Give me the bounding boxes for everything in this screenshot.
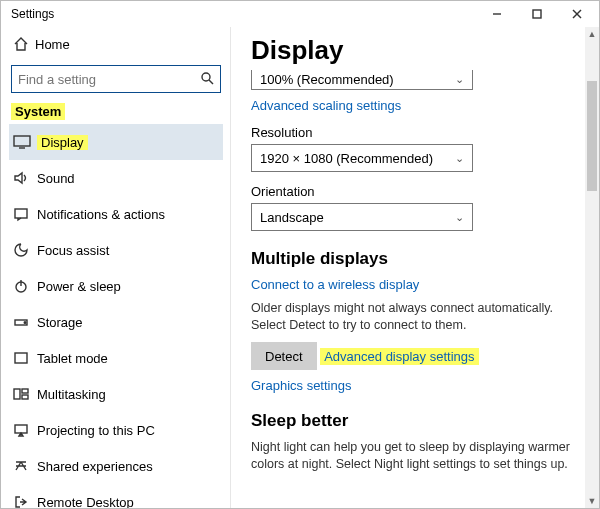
nav-label: Remote Desktop [37,495,134,509]
sidebar: Home System Display Sound [1,27,231,508]
graphics-settings-link[interactable]: Graphics settings [251,378,585,393]
search-input[interactable] [18,67,200,91]
focus-assist-icon [9,242,37,258]
chevron-down-icon: ⌄ [455,211,464,224]
shared-icon [9,458,37,474]
nav-label: Tablet mode [37,351,108,366]
svg-point-4 [202,73,210,81]
nav-display[interactable]: Display [9,124,223,160]
nav-label: Projecting to this PC [37,423,155,438]
svg-point-12 [24,322,26,324]
scale-value: 100% (Recommended) [260,72,394,87]
title-bar: Settings [1,1,599,27]
maximize-button[interactable] [517,1,557,27]
svg-line-5 [209,80,213,84]
multitasking-icon [9,386,37,402]
sound-icon [9,170,37,186]
nav-storage[interactable]: Storage [9,304,223,340]
connect-wireless-link[interactable]: Connect to a wireless display [251,277,419,292]
scrollbar[interactable]: ▲ ▼ [585,27,599,508]
nav-label: Sound [37,171,75,186]
category-label: System [11,103,65,120]
projecting-icon [9,422,37,438]
svg-rect-16 [22,389,28,393]
nav-multitasking[interactable]: Multitasking [9,376,223,412]
sleep-better-heading: Sleep better [251,411,585,431]
svg-rect-17 [22,395,28,399]
svg-rect-1 [533,10,541,18]
minimize-button[interactable] [477,1,517,27]
scroll-down-icon[interactable]: ▼ [585,494,599,508]
nav-sound[interactable]: Sound [9,160,223,196]
svg-rect-8 [15,209,27,218]
resolution-select[interactable]: 1920 × 1080 (Recommended) ⌄ [251,144,473,172]
window-title: Settings [11,7,477,21]
scroll-up-icon[interactable]: ▲ [585,27,599,41]
scale-select[interactable]: 100% (Recommended) ⌄ [251,70,473,90]
svg-rect-6 [14,136,30,146]
nav-focus-assist[interactable]: Focus assist [9,232,223,268]
svg-rect-15 [14,389,20,399]
svg-rect-13 [15,353,27,363]
chevron-down-icon: ⌄ [455,152,464,165]
search-box[interactable] [11,65,221,93]
chevron-down-icon: ⌄ [455,73,464,86]
home-icon [13,36,35,52]
nav-label: Multitasking [37,387,106,402]
nav-label: Power & sleep [37,279,121,294]
close-button[interactable] [557,1,597,27]
nav-label: Focus assist [37,243,109,258]
nav-remote-desktop[interactable]: Remote Desktop [9,484,223,508]
orientation-label: Orientation [251,184,585,199]
storage-icon [9,314,37,330]
resolution-value: 1920 × 1080 (Recommended) [260,151,433,166]
main-pane: Display 100% (Recommended) ⌄ Advanced sc… [231,27,599,508]
resolution-label: Resolution [251,125,585,140]
power-icon [9,278,37,294]
advanced-scaling-link[interactable]: Advanced scaling settings [251,98,585,113]
display-icon [9,135,37,149]
nav-shared-experiences[interactable]: Shared experiences [9,448,223,484]
nav-label: Notifications & actions [37,207,165,222]
home-nav[interactable]: Home [9,29,223,59]
nav-label: Display [37,135,88,150]
detect-button[interactable]: Detect [251,342,317,370]
older-displays-desc: Older displays might not always connect … [251,300,571,334]
nav-label: Shared experiences [37,459,153,474]
orientation-value: Landscape [260,210,324,225]
advanced-display-highlight: Advanced display settings [320,348,478,365]
remote-desktop-icon [9,494,37,508]
search-icon [200,71,214,88]
scroll-track[interactable] [585,41,599,494]
notifications-icon [9,206,37,222]
home-label: Home [35,37,70,52]
orientation-select[interactable]: Landscape ⌄ [251,203,473,231]
detect-label: Detect [265,349,303,364]
scroll-thumb[interactable] [587,81,597,191]
page-title: Display [251,35,585,66]
nav-notifications[interactable]: Notifications & actions [9,196,223,232]
nav-projecting[interactable]: Projecting to this PC [9,412,223,448]
sleep-better-desc: Night light can help you get to sleep by… [251,439,571,473]
nav-tablet-mode[interactable]: Tablet mode [9,340,223,376]
nav-label: Storage [37,315,83,330]
tablet-icon [9,350,37,366]
nav-power-sleep[interactable]: Power & sleep [9,268,223,304]
advanced-display-link[interactable]: Advanced display settings [324,349,474,364]
multiple-displays-heading: Multiple displays [251,249,585,269]
